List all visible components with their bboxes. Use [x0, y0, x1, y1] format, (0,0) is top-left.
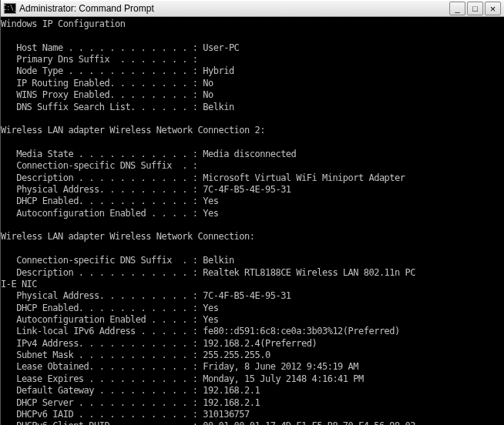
titlebar[interactable]: C:\_ Administrator: Command Prompt _ □ × [1, 0, 504, 17]
window-buttons: _ □ × [449, 2, 501, 15]
close-button[interactable]: × [485, 2, 501, 15]
maximize-button[interactable]: □ [467, 2, 483, 15]
command-prompt-window: C:\_ Administrator: Command Prompt _ □ ×… [0, 0, 504, 425]
window-title: Administrator: Command Prompt [19, 3, 449, 14]
cmd-icon: C:\_ [4, 3, 16, 14]
minimize-button[interactable]: _ [449, 2, 465, 15]
terminal-output[interactable]: Windows IP Configuration Host Name . . .… [1, 17, 504, 425]
